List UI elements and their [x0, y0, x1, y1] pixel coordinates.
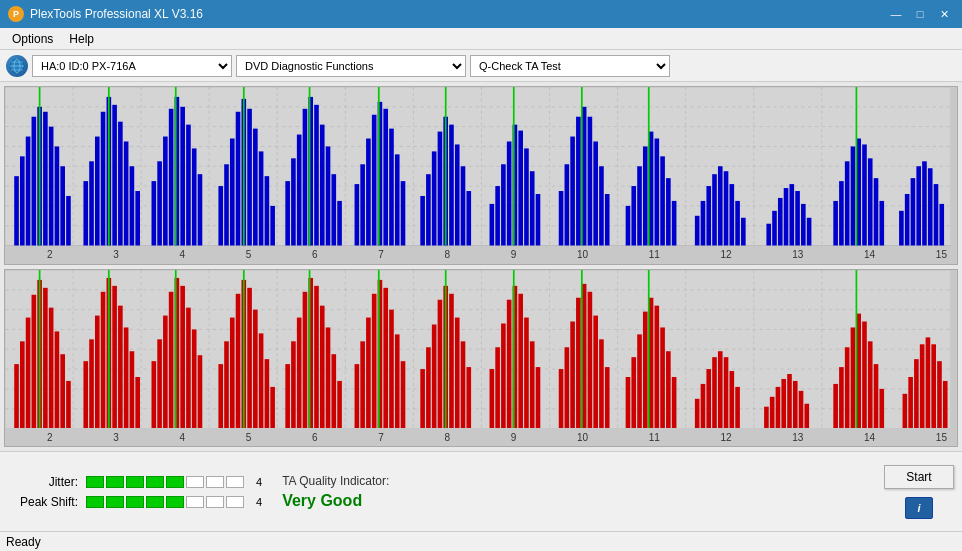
help-menu[interactable]: Help [61, 30, 102, 48]
test-select[interactable]: Q-Check TA Test [470, 55, 670, 77]
svg-rect-155 [862, 144, 867, 245]
svg-rect-310 [799, 390, 804, 428]
svg-rect-105 [501, 164, 506, 245]
svg-rect-57 [186, 125, 191, 246]
svg-rect-317 [862, 321, 867, 428]
svg-rect-88 [383, 109, 388, 246]
svg-rect-84 [360, 164, 365, 245]
svg-rect-34 [43, 112, 48, 246]
app-icon: P [8, 6, 24, 22]
svg-rect-278 [570, 321, 575, 428]
svg-rect-67 [253, 129, 258, 246]
svg-rect-40 [83, 181, 88, 245]
svg-rect-323 [908, 376, 913, 428]
svg-rect-246 [355, 364, 360, 428]
svg-rect-70 [270, 206, 275, 246]
top-chart-container: 4 3.5 3 2.5 2 1.5 1 0.5 0 [4, 86, 958, 265]
svg-rect-271 [518, 293, 523, 428]
svg-rect-299 [712, 357, 717, 428]
svg-rect-214 [152, 361, 157, 428]
svg-rect-163 [916, 166, 921, 245]
svg-rect-322 [903, 393, 908, 428]
svg-rect-147 [795, 191, 800, 245]
svg-rect-139 [729, 184, 734, 245]
svg-rect-251 [383, 287, 388, 428]
svg-rect-86 [372, 115, 377, 246]
svg-rect-283 [599, 339, 604, 428]
svg-rect-258 [432, 324, 437, 428]
svg-rect-134 [701, 201, 706, 246]
drive-select[interactable]: HA:0 ID:0 PX-716A [32, 55, 232, 77]
svg-rect-110 [530, 171, 535, 245]
svg-rect-215 [157, 339, 162, 428]
svg-rect-327 [931, 344, 936, 428]
jitter-value: 4 [256, 476, 262, 488]
svg-rect-224 [218, 364, 223, 428]
svg-rect-56 [180, 107, 185, 246]
svg-rect-274 [536, 367, 541, 428]
svg-rect-211 [130, 351, 135, 428]
svg-rect-54 [169, 109, 174, 246]
window-controls: — □ ✕ [886, 6, 954, 22]
peakshift-seg-3 [126, 496, 144, 508]
bottom-chart-x-axis: 2 3 4 5 6 7 8 9 10 11 12 13 14 15 [45, 428, 949, 446]
svg-rect-59 [198, 174, 203, 245]
svg-rect-231 [259, 333, 264, 428]
toolbar: HA:0 ID:0 PX-716A DVD Diagnostic Functio… [0, 50, 962, 82]
svg-rect-282 [593, 315, 598, 428]
jitter-bar [86, 476, 244, 488]
svg-rect-226 [230, 317, 235, 428]
svg-rect-259 [438, 299, 443, 428]
svg-rect-302 [729, 371, 734, 428]
svg-rect-98 [449, 125, 454, 246]
maximize-button[interactable]: □ [910, 6, 930, 22]
svg-rect-206 [101, 291, 106, 428]
svg-rect-108 [518, 131, 523, 246]
svg-rect-289 [643, 311, 648, 428]
svg-rect-195 [32, 294, 37, 428]
svg-rect-308 [787, 374, 792, 428]
app-title: PlexTools Professional XL V3.16 [30, 7, 203, 21]
svg-rect-46 [118, 122, 123, 246]
start-btn-section: Start i [884, 465, 954, 519]
ta-quality-value: Very Good [282, 492, 864, 510]
svg-rect-129 [660, 156, 665, 245]
jitter-row: Jitter: 4 [8, 475, 262, 489]
svg-rect-221 [192, 329, 197, 428]
svg-rect-248 [366, 317, 371, 428]
svg-rect-199 [55, 331, 60, 428]
svg-rect-73 [291, 158, 296, 245]
svg-rect-80 [331, 174, 336, 245]
svg-rect-296 [695, 398, 700, 428]
close-button[interactable]: ✕ [934, 6, 954, 22]
svg-rect-140 [735, 201, 740, 246]
svg-rect-150 [833, 201, 838, 246]
svg-rect-238 [303, 291, 308, 428]
options-menu[interactable]: Options [4, 30, 61, 48]
svg-rect-267 [495, 347, 500, 428]
function-select[interactable]: DVD Diagnostic Functions [236, 55, 466, 77]
jitter-seg-8 [226, 476, 244, 488]
svg-rect-133 [695, 216, 700, 246]
svg-rect-232 [265, 359, 270, 428]
top-chart-x-axis: 2 3 4 5 6 7 8 9 10 11 12 13 14 15 [45, 246, 949, 264]
svg-rect-36 [55, 146, 60, 245]
svg-rect-286 [626, 376, 631, 428]
svg-rect-31 [26, 137, 31, 246]
svg-rect-254 [401, 361, 406, 428]
svg-rect-48 [130, 166, 135, 245]
svg-rect-240 [314, 285, 319, 428]
start-button[interactable]: Start [884, 465, 954, 489]
svg-rect-203 [83, 361, 88, 428]
jitter-seg-3 [126, 476, 144, 488]
svg-rect-131 [672, 201, 677, 246]
info-button[interactable]: i [905, 497, 933, 519]
svg-rect-53 [163, 137, 168, 246]
svg-rect-165 [928, 168, 933, 245]
minimize-button[interactable]: — [886, 6, 906, 22]
svg-rect-64 [236, 112, 241, 246]
svg-rect-315 [851, 327, 856, 428]
svg-rect-287 [631, 357, 636, 428]
svg-rect-205 [95, 315, 100, 428]
svg-rect-307 [781, 378, 786, 428]
